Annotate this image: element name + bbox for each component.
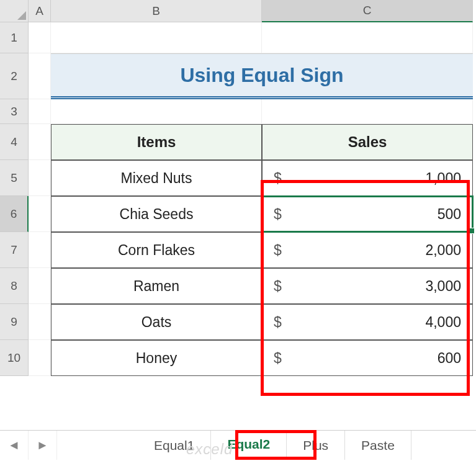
cell-b3[interactable]	[51, 99, 262, 124]
col-header-b[interactable]: B	[51, 0, 262, 22]
sheet-tab-equal2[interactable]: Equal2	[211, 431, 287, 460]
currency-symbol: $	[274, 170, 282, 187]
spreadsheet-grid: A B C 1 2 Using Equal Sign 3 4 Items Sal…	[0, 0, 476, 376]
sales-value: 2,000	[425, 242, 461, 259]
sales-cell[interactable]: $ 600	[262, 340, 473, 376]
select-all-corner[interactable]	[0, 0, 29, 22]
cell-a3[interactable]	[29, 99, 51, 124]
currency-symbol: $	[274, 314, 282, 331]
item-cell[interactable]: Ramen	[51, 268, 262, 304]
sheet-tab-paste[interactable]: Paste	[345, 431, 411, 460]
sheet-tabs-bar: ◄ ► Equal1 Equal2 Plus Paste	[0, 430, 476, 460]
sales-value: 3,000	[425, 278, 461, 295]
tab-prev-icon[interactable]: ◄	[0, 431, 29, 460]
sales-cell[interactable]: $ 2,000	[262, 232, 473, 268]
cell-a10[interactable]	[29, 340, 51, 376]
cell-a7[interactable]	[29, 232, 51, 268]
currency-symbol: $	[274, 242, 282, 259]
sheet-tab-equal1[interactable]: Equal1	[138, 431, 211, 460]
row-header-7[interactable]: 7	[0, 232, 29, 268]
cell-a5[interactable]	[29, 160, 51, 196]
row-header-1[interactable]: 1	[0, 22, 29, 53]
cell-a6[interactable]	[29, 196, 51, 232]
item-cell[interactable]: Oats	[51, 304, 262, 340]
row-header-10[interactable]: 10	[0, 340, 29, 376]
sales-cell[interactable]: $ 4,000	[262, 304, 473, 340]
row-header-5[interactable]: 5	[0, 160, 29, 196]
title-cell[interactable]: Using Equal Sign	[51, 53, 473, 99]
cell-c1[interactable]	[262, 22, 473, 53]
row-header-4[interactable]: 4	[0, 124, 29, 160]
sales-cell[interactable]: $ 3,000	[262, 268, 473, 304]
sales-cell[interactable]: $ 1,000	[262, 160, 473, 196]
header-items[interactable]: Items	[51, 124, 262, 160]
sales-value: 600	[438, 350, 461, 367]
col-header-a[interactable]: A	[29, 0, 51, 22]
cell-a4[interactable]	[29, 124, 51, 160]
cell-c3[interactable]	[262, 99, 473, 124]
currency-symbol: $	[274, 350, 282, 367]
row-header-3[interactable]: 3	[0, 99, 29, 124]
col-header-c[interactable]: C	[262, 0, 473, 22]
item-cell[interactable]: Chia Seeds	[51, 196, 262, 232]
item-cell[interactable]: Mixed Nuts	[51, 160, 262, 196]
sheet-tab-plus[interactable]: Plus	[287, 431, 345, 460]
row-header-8[interactable]: 8	[0, 268, 29, 304]
row-header-6[interactable]: 6	[0, 196, 29, 232]
item-cell[interactable]: Corn Flakes	[51, 232, 262, 268]
item-cell[interactable]: Honey	[51, 340, 262, 376]
sales-value: 500	[438, 206, 461, 223]
header-sales[interactable]: Sales	[262, 124, 473, 160]
cell-a9[interactable]	[29, 304, 51, 340]
cell-a8[interactable]	[29, 268, 51, 304]
tab-next-icon[interactable]: ►	[29, 431, 57, 460]
sales-cell-selected[interactable]: $ 500	[262, 196, 473, 232]
currency-symbol: $	[274, 206, 282, 223]
sales-value: 4,000	[425, 314, 461, 331]
cell-a1[interactable]	[29, 22, 51, 53]
cell-a2[interactable]	[29, 53, 51, 99]
row-header-2[interactable]: 2	[0, 53, 29, 99]
row-header-9[interactable]: 9	[0, 304, 29, 340]
tab-spacer	[57, 431, 138, 460]
sales-value: 1,000	[425, 170, 461, 187]
currency-symbol: $	[274, 278, 282, 295]
cell-b1[interactable]	[51, 22, 262, 53]
